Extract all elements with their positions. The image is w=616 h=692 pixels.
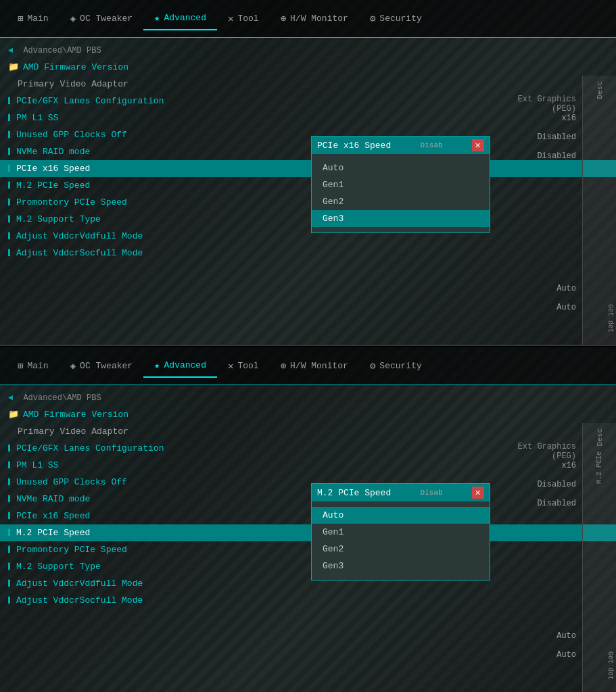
- nav-item-tool[interactable]: ✕Tool: [217, 7, 270, 30]
- dot-indicator: ▌: [8, 199, 12, 206]
- get-details-label: Get det: [607, 304, 614, 332]
- menu-item-9[interactable]: ▌ M.2 Support Type: [0, 558, 616, 575]
- menu-item-11[interactable]: ▌ Adjust VddcrSocfull Mode: [0, 245, 616, 262]
- desc-panel: DescGet det: [582, 76, 616, 346]
- menu-item-4[interactable]: ▌ Unused GPP Clocks Off: [0, 474, 616, 491]
- desc-label: Desc: [596, 428, 604, 446]
- dot-indicator: ▌: [8, 232, 12, 240]
- nav-item-label: Main: [27, 361, 48, 371]
- nav-item-label: Tool: [237, 361, 258, 371]
- value-row-3: Disabled: [537, 151, 579, 161]
- dot-indicator: ▌: [8, 512, 12, 520]
- popup-content: M.2 PCIe Speed Disab ✕ AutoGen1Gen2Gen3: [311, 483, 490, 580]
- value-row-2: Disabled: [537, 132, 579, 142]
- menu-item-label: Adjust VddcrVddfull Mode: [16, 231, 143, 241]
- bios-panel-1: ⊞Main◈OC Tweaker★Advanced✕Tool⊕H/W Monit…: [0, 0, 616, 346]
- popup-option-2[interactable]: Gen2: [312, 193, 490, 210]
- menu-item-5[interactable]: ▌ NVMe RAID mode: [0, 143, 616, 160]
- value-row-3: Disabled: [537, 499, 579, 508]
- advanced-icon: ★: [154, 12, 160, 24]
- nav-bar: ⊞Main◈OC Tweaker★Advanced✕Tool⊕H/W Monit…: [0, 0, 616, 38]
- popup-dialog: PCIe x16 Speed Disab ✕ AutoGen1Gen2Gen3: [311, 136, 490, 233]
- popup-option-1[interactable]: Gen1: [312, 176, 490, 193]
- menu-item-9[interactable]: ▌ M.2 Support Type: [0, 211, 616, 228]
- nav-item-label: H/W Monitor: [290, 14, 348, 24]
- dot-indicator: ▌: [8, 445, 12, 452]
- nav-item-main[interactable]: ⊞Main: [7, 355, 60, 377]
- popup-close-button[interactable]: ✕: [472, 139, 484, 151]
- menu-item-7[interactable]: ▌ M.2 PCIe Speed: [0, 524, 616, 541]
- nav-item-label: Security: [379, 361, 421, 371]
- security-icon: ⚙: [370, 13, 375, 24]
- popup-option-0[interactable]: Auto: [312, 507, 490, 524]
- menu-item-4[interactable]: ▌ Unused GPP Clocks Off: [0, 126, 616, 143]
- menu-item-6[interactable]: ▌ PCIe x16 Speed: [0, 160, 616, 177]
- value-row-0: Ext Graphics (PEG): [491, 442, 579, 461]
- breadcrumb: ◄ Advanced\AMD PBS: [0, 43, 616, 58]
- menu-item-8[interactable]: ▌ Promontory PCIe Speed: [0, 541, 616, 558]
- nav-item-label: H/W Monitor: [290, 361, 348, 371]
- menu-item-label: AMD Firmware Version: [23, 62, 128, 72]
- menu-item-label: Adjust VddcrSocfull Mode: [16, 595, 143, 606]
- dot-indicator: ▌: [8, 580, 12, 587]
- h/w monitor-icon: ⊕: [281, 360, 286, 372]
- menu-item-8[interactable]: ▌ Promontory PCIe Speed: [0, 194, 616, 211]
- menu-item-label: Primary Video Adaptor: [18, 79, 128, 89]
- menu-item-1[interactable]: Primary Video Adaptor: [0, 423, 616, 440]
- dot-indicator: ▌: [8, 148, 12, 155]
- menu-item-10[interactable]: ▌ Adjust VddcrVddfull Mode: [0, 575, 616, 592]
- menu-item-10[interactable]: ▌ Adjust VddcrVddfull Mode: [0, 228, 616, 245]
- popup-option-3[interactable]: Gen3: [312, 558, 490, 574]
- content-area: ◄ Advanced\AMD PBS 📁 AMD Firmware Versio…: [0, 38, 616, 346]
- popup-option-2[interactable]: Gen2: [312, 541, 490, 558]
- popup-content: PCIe x16 Speed Disab ✕ AutoGen1Gen2Gen3: [311, 136, 490, 233]
- menu-item-5[interactable]: ▌ NVMe RAID mode: [0, 491, 616, 508]
- get-details-label: Get det: [607, 651, 614, 680]
- menu-item-11[interactable]: ▌ Adjust VddcrSocfull Mode: [0, 592, 616, 609]
- breadcrumb: ◄ Advanced\AMD PBS: [0, 391, 616, 405]
- popup-option-3[interactable]: Gen3: [312, 210, 490, 227]
- menu-item-0[interactable]: 📁 AMD Firmware Version: [0, 405, 616, 423]
- nav-item-h/w-monitor[interactable]: ⊕H/W Monitor: [270, 7, 359, 30]
- nav-bar: ⊞Main◈OC Tweaker★Advanced✕Tool⊕H/W Monit…: [0, 347, 616, 385]
- nav-item-advanced[interactable]: ★Advanced: [143, 7, 217, 30]
- value-row-5: Auto: [556, 303, 579, 312]
- nav-item-oc-tweaker[interactable]: ◈OC Tweaker: [60, 355, 143, 377]
- menu-item-label: M.2 Support Type: [16, 562, 101, 572]
- popup-close-button[interactable]: ✕: [472, 487, 484, 499]
- main-icon: ⊞: [18, 13, 23, 24]
- popup-title: M.2 PCIe Speed: [317, 488, 391, 498]
- menu-item-label: AMD Firmware Version: [23, 410, 128, 420]
- menu-item-label: PCIe/GFX Lanes Configuration: [16, 443, 164, 453]
- nav-item-tool[interactable]: ✕Tool: [217, 355, 270, 377]
- nav-item-advanced[interactable]: ★Advanced: [143, 354, 217, 378]
- security-icon: ⚙: [370, 360, 375, 372]
- breadcrumb-text: Advanced\AMD PBS: [23, 393, 101, 403]
- nav-item-main[interactable]: ⊞Main: [7, 7, 60, 30]
- advanced-icon: ★: [154, 360, 160, 371]
- menu-item-label: PM L1 SS: [16, 460, 58, 470]
- value-row-4: Auto: [556, 631, 579, 641]
- menu-item-label: Adjust VddcrSocfull Mode: [16, 248, 143, 258]
- value-row-5: Auto: [556, 650, 579, 660]
- nav-item-security[interactable]: ⚙Security: [359, 355, 433, 377]
- menu-item-7[interactable]: ▌ M.2 PCIe Speed: [0, 177, 616, 194]
- popup-option-0[interactable]: Auto: [312, 159, 490, 176]
- dot-indicator: ▌: [8, 546, 12, 553]
- menu-item-1[interactable]: Primary Video Adaptor: [0, 76, 616, 93]
- nav-item-h/w-monitor[interactable]: ⊕H/W Monitor: [270, 355, 359, 377]
- menu-item-label: Promontory PCIe Speed: [16, 197, 127, 207]
- oc tweaker-icon: ◈: [70, 360, 76, 372]
- menu-item-0[interactable]: 📁 AMD Firmware Version: [0, 58, 616, 76]
- nav-item-security[interactable]: ⚙Security: [359, 7, 433, 30]
- menu-item-label: M.2 Support Type: [16, 214, 101, 224]
- popup-option-1[interactable]: Gen1: [312, 524, 490, 541]
- menu-item-6[interactable]: ▌ PCIe x16 Speed: [0, 508, 616, 524]
- dot-indicator: ▌: [8, 495, 12, 503]
- main-icon: ⊞: [18, 360, 23, 372]
- dot-indicator: ▌: [8, 597, 12, 604]
- nav-item-label: OC Tweaker: [80, 361, 133, 371]
- menu-item-label: Unused GPP Clocks Off: [16, 130, 127, 140]
- nav-item-oc-tweaker[interactable]: ◈OC Tweaker: [60, 7, 143, 30]
- value-row-1: x16: [561, 114, 579, 123]
